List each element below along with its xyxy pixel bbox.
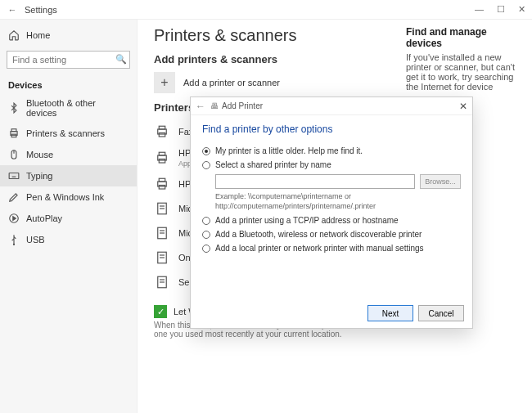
minimize-button[interactable]: — [475, 4, 484, 15]
nav-label: Bluetooth & other devices [26, 98, 128, 118]
add-printer-dialog: ← 🖶 Add Printer ✕ Find a printer by othe… [190, 97, 473, 329]
add-printer-button[interactable]: + [154, 72, 175, 93]
back-icon[interactable]: ← [7, 4, 18, 16]
maximize-button[interactable]: ☐ [497, 4, 505, 15]
radio-icon [202, 161, 210, 169]
window-titlebar: ← Settings — ☐ ✕ [0, 0, 532, 20]
document-icon [154, 274, 170, 290]
close-button[interactable]: ✕ [518, 4, 525, 15]
svg-rect-17 [159, 152, 165, 155]
nav-label: Mouse [26, 150, 53, 159]
radio-label: Select a shared printer by name [215, 160, 331, 169]
page-title: Printers & scanners [154, 26, 396, 45]
radio-icon [202, 231, 210, 239]
nav-pen[interactable]: Pen & Windows Ink [0, 186, 137, 208]
radio-label: My printer is a little older. Help me fi… [215, 146, 363, 155]
radio-bluetooth[interactable]: Add a Bluetooth, wireless or network dis… [202, 230, 461, 239]
radio-local[interactable]: Add a local printer or network printer w… [202, 244, 461, 253]
printer-icon [154, 150, 170, 166]
svg-rect-5 [9, 173, 19, 179]
dialog-title: Add Printer [222, 101, 459, 110]
pen-icon [8, 191, 20, 203]
dialog-printer-icon: 🖶 [210, 101, 219, 110]
nav-label: AutoPlay [26, 213, 62, 223]
svg-rect-18 [159, 159, 165, 164]
printer-icon [8, 128, 20, 139]
nav-label: Typing [26, 171, 52, 181]
window-title: Settings [25, 5, 57, 15]
svg-rect-15 [159, 133, 165, 137]
right-blurb: If you've installed a new printer or sca… [406, 52, 519, 92]
printer-icon [154, 123, 170, 140]
nav-label: Printers & scanners [26, 128, 105, 138]
radio-label: Add a printer using a TCP/IP address or … [215, 216, 399, 225]
nav-mouse[interactable]: Mouse [0, 144, 137, 165]
nav-printers[interactable]: Printers & scanners [0, 123, 137, 144]
svg-rect-20 [159, 178, 165, 182]
bluetooth-icon [8, 102, 20, 114]
dialog-close-button[interactable]: ✕ [459, 101, 467, 112]
nav-bluetooth[interactable]: Bluetooth & other devices [0, 93, 137, 123]
nav-usb[interactable]: USB [0, 229, 137, 250]
home-icon [8, 29, 20, 41]
nav-label: Pen & Windows Ink [26, 192, 104, 202]
radio-label: Add a Bluetooth, wireless or network dis… [215, 230, 422, 239]
svg-point-12 [13, 244, 14, 245]
nav-label: USB [26, 235, 45, 245]
default-printer-checkbox[interactable]: ✓ [154, 305, 167, 318]
svg-rect-1 [11, 129, 16, 132]
usb-icon [8, 234, 20, 245]
autoplay-icon [8, 213, 20, 224]
printer-icon [154, 176, 170, 192]
document-icon [154, 225, 170, 241]
svg-rect-21 [159, 186, 165, 190]
add-label: Add a printer or scanner [183, 78, 280, 88]
browse-button[interactable]: Browse... [420, 174, 461, 189]
nav-typing[interactable]: Typing [0, 165, 137, 186]
right-heading: Find and manage devices [406, 26, 519, 49]
svg-rect-2 [11, 134, 16, 137]
nav-home-label: Home [26, 30, 50, 40]
sidebar: Home 🔍 Devices Bluetooth & other devices… [0, 20, 138, 413]
radio-older-printer[interactable]: My printer is a little older. Help me fi… [202, 146, 461, 155]
radio-icon [202, 245, 210, 253]
svg-marker-11 [13, 217, 16, 221]
search-input[interactable] [7, 51, 130, 69]
example-text: Example: \\computername\printername or h… [215, 192, 461, 211]
nav-home[interactable]: Home [0, 25, 137, 46]
dialog-heading: Find a printer by other options [202, 123, 461, 135]
nav-autoplay[interactable]: AutoPlay [0, 208, 137, 229]
document-icon [154, 249, 170, 266]
shared-printer-input[interactable] [215, 174, 415, 189]
cancel-button[interactable]: Cancel [418, 305, 464, 321]
radio-label: Add a local printer or network printer w… [215, 244, 424, 253]
radio-shared-printer[interactable]: Select a shared printer by name [202, 160, 461, 169]
radio-icon [202, 217, 210, 225]
next-button[interactable]: Next [367, 305, 413, 321]
radio-tcpip[interactable]: Add a printer using a TCP/IP address or … [202, 216, 461, 225]
document-icon [154, 200, 170, 217]
dialog-back-icon[interactable]: ← [196, 101, 205, 112]
radio-icon [202, 147, 210, 155]
sidebar-section-label: Devices [0, 74, 137, 93]
mouse-icon [8, 149, 20, 160]
add-heading: Add printers & scanners [154, 53, 396, 65]
svg-rect-14 [159, 126, 165, 129]
keyboard-icon [8, 170, 20, 182]
